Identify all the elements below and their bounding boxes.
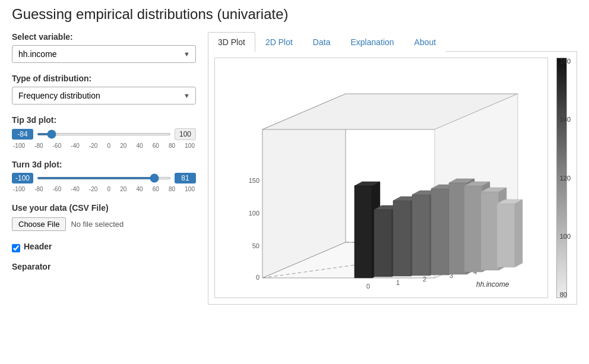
svg-text:2: 2 [423, 276, 426, 283]
tab-data[interactable]: Data [303, 32, 341, 52]
svg-marker-43 [481, 192, 499, 270]
svg-marker-46 [497, 204, 515, 267]
svg-text:hh.income: hh.income [476, 280, 509, 289]
scale-label-100: 100 [560, 233, 571, 240]
svg-marker-22 [354, 186, 372, 278]
tab-explanation[interactable]: Explanation [340, 32, 404, 52]
sidebar: Select variable: hh.income Type of distr… [12, 32, 196, 305]
tab-about[interactable]: About [404, 32, 446, 52]
turn-label: Turn 3d plot: [12, 160, 196, 169]
file-placeholder: No file selected [71, 220, 124, 229]
variable-select[interactable]: hh.income [12, 45, 196, 63]
scale-label-140: 140 [560, 116, 571, 123]
svg-marker-48 [515, 200, 522, 267]
tip-label: Tip 3d plot: [12, 115, 196, 125]
svg-text:100: 100 [249, 210, 259, 217]
chart-svg: 0 50 100 150 0 1 2 3 4 5 6 7 8 9 hh.i [215, 58, 547, 296]
right-panel: 3D Plot 2D Plot Data Explanation About [208, 32, 577, 305]
turn-ticks: -100-80-60-40-20 020406080100 [12, 186, 196, 192]
chart-box: 0 50 100 150 0 1 2 3 4 5 6 7 8 9 hh.i [214, 58, 548, 298]
tip-slider[interactable] [37, 133, 171, 135]
color-scale: 160 140 120 100 80 [553, 58, 571, 298]
svg-marker-34 [431, 189, 449, 275]
svg-text:50: 50 [252, 242, 259, 249]
tip-max-badge: 100 [175, 128, 196, 140]
choose-file-button[interactable]: Choose File [12, 217, 66, 231]
tip-min-badge: -84 [12, 129, 33, 140]
svg-marker-40 [464, 186, 482, 272]
svg-text:0: 0 [366, 283, 370, 290]
scale-label-160: 160 [560, 58, 571, 65]
file-section: Use your data (CSV File) Choose File No … [12, 203, 196, 231]
svg-text:0: 0 [256, 274, 259, 281]
tab-2d-plot[interactable]: 2D Plot [255, 32, 303, 52]
svg-marker-25 [374, 210, 392, 277]
chart-container: 0 50 100 150 0 1 2 3 4 5 6 7 8 9 hh.i [208, 52, 577, 305]
tip-ticks: -100-80-60-40-20 020406080100 [12, 143, 196, 149]
variable-label: Select variable: [12, 32, 196, 42]
scale-label-120: 120 [560, 175, 571, 182]
turn-slider-section: Turn 3d plot: -100 81 -100-80-60-40-20 0… [12, 160, 196, 192]
page-title: Guessing empirical distributions (univar… [12, 6, 577, 23]
distribution-label: Type of distribution: [12, 74, 196, 83]
separator-label: Separator [12, 262, 196, 271]
scale-labels: 160 140 120 100 80 [560, 58, 571, 298]
file-label: Use your data (CSV File) [12, 203, 196, 213]
variable-select-wrapper: hh.income [12, 45, 196, 63]
turn-right-badge: 81 [175, 173, 196, 183]
header-row: Header [12, 242, 196, 255]
svg-text:150: 150 [249, 177, 259, 184]
scale-label-80: 80 [560, 291, 571, 298]
svg-text:1: 1 [396, 279, 400, 286]
turn-left-badge: -100 [12, 173, 33, 183]
svg-marker-31 [412, 195, 430, 276]
turn-slider[interactable] [37, 177, 171, 179]
header-label: Header [24, 242, 52, 251]
distribution-select-wrapper: Frequency distribution [12, 87, 196, 105]
bar-9 [497, 200, 522, 267]
header-checkbox[interactable] [12, 244, 20, 252]
svg-marker-28 [393, 201, 411, 276]
distribution-select[interactable]: Frequency distribution [12, 87, 196, 105]
svg-marker-37 [449, 183, 467, 274]
tip-slider-section: Tip 3d plot: -84 100 -100-80-60-40-20 02… [12, 115, 196, 149]
tab-3d-plot[interactable]: 3D Plot [208, 32, 255, 52]
tabs: 3D Plot 2D Plot Data Explanation About [208, 32, 577, 52]
